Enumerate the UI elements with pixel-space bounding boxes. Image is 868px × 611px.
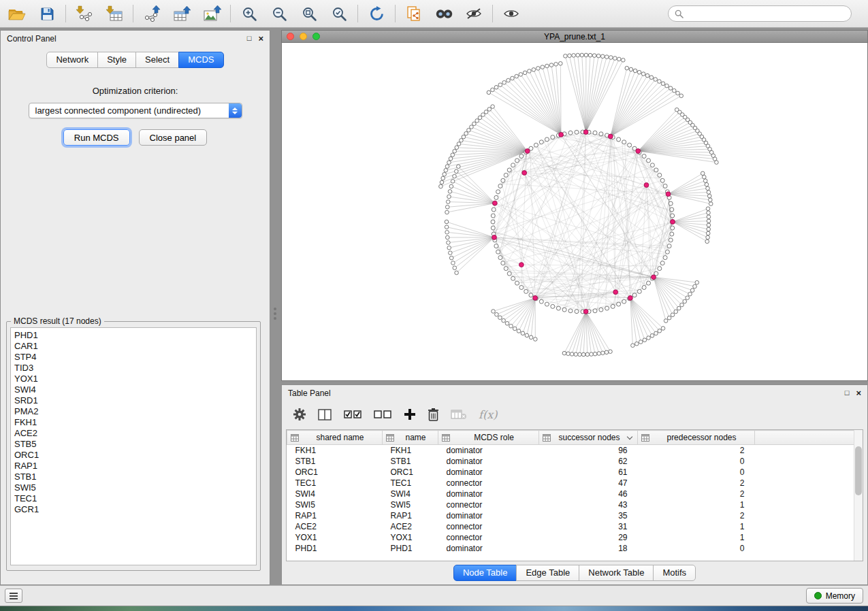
column-label: MCDS role xyxy=(453,433,535,442)
mcds-result-item[interactable]: SWI5 xyxy=(14,482,253,493)
table-row[interactable]: SWI5SWI5connector431 xyxy=(287,499,854,510)
function-builder-button[interactable]: f(x) xyxy=(479,408,497,421)
control-tab-select[interactable]: Select xyxy=(135,52,179,68)
export-table-button[interactable] xyxy=(172,2,192,25)
table-tab-edge-table[interactable]: Edge Table xyxy=(516,565,579,581)
mcds-result-item[interactable]: PHD1 xyxy=(14,330,253,341)
dropdown-arrows-icon[interactable] xyxy=(229,103,242,118)
mcds-result-list[interactable]: PHD1CAR1STP4TID3YOX1SWI4SRD1PMA2FKH1ACE2… xyxy=(10,327,257,565)
first-neighbors-button[interactable] xyxy=(434,2,454,25)
desktop-wallpaper-strip xyxy=(0,606,868,611)
mcds-result-item[interactable]: STP4 xyxy=(14,352,253,363)
mcds-result-item[interactable]: PMA2 xyxy=(14,406,253,417)
window-close-button[interactable] xyxy=(287,33,294,40)
zoom-out-button[interactable] xyxy=(269,2,289,25)
memory-button[interactable]: Memory xyxy=(806,588,863,604)
import-network-button[interactable] xyxy=(74,2,95,25)
table-row[interactable]: STB1STB1dominator620 xyxy=(287,456,854,467)
control-panel: Control Panel □ × NetworkStyleSelectMCDS… xyxy=(0,30,270,585)
sort-descending-icon[interactable] xyxy=(627,433,632,439)
table-row[interactable]: ACE2ACE2connector311 xyxy=(287,521,854,532)
table-row[interactable]: YOX1YOX1connector291 xyxy=(287,532,854,543)
delete-column-button[interactable] xyxy=(428,408,439,422)
splitter-grip-icon[interactable] xyxy=(274,306,277,322)
cell-MCDS-role: connector xyxy=(438,499,539,510)
window-maximize-button[interactable] xyxy=(312,33,320,40)
optimization-dropdown[interactable]: largest connected component (undirected) xyxy=(29,103,242,118)
add-column-button[interactable] xyxy=(404,408,416,420)
window-minimize-button[interactable] xyxy=(300,33,307,40)
column-header-shared-name[interactable]: shared name xyxy=(287,431,383,445)
mcds-result-item[interactable]: SRD1 xyxy=(14,395,253,406)
table-row[interactable]: RAP1RAP1dominator352 xyxy=(287,510,854,521)
table-row[interactable]: TEC1TEC1connector472 xyxy=(287,478,854,489)
open-file-button[interactable] xyxy=(7,2,27,25)
show-columns-button[interactable] xyxy=(318,408,332,421)
table-row[interactable]: SWI4SWI4dominator462 xyxy=(287,489,854,499)
panel-splitter[interactable] xyxy=(270,30,281,585)
select-all-button[interactable] xyxy=(344,409,362,420)
cell-successor-nodes: 47 xyxy=(539,478,638,489)
zoom-in-button[interactable] xyxy=(239,2,259,25)
control-tab-mcds[interactable]: MCDS xyxy=(178,52,223,68)
mcds-result-item[interactable]: SWI4 xyxy=(14,384,253,395)
float-panel-icon[interactable]: □ xyxy=(247,35,252,42)
deselect-all-button[interactable] xyxy=(374,409,392,420)
control-tab-style[interactable]: Style xyxy=(97,52,136,68)
cell-successor-nodes: 61 xyxy=(539,467,638,478)
zoom-selected-button[interactable] xyxy=(329,2,349,25)
mcds-result-item[interactable]: CAR1 xyxy=(14,341,253,352)
network-window-titlebar[interactable]: YPA_prune.txt_1 xyxy=(282,31,867,43)
mcds-result-item[interactable]: STB1 xyxy=(14,472,253,482)
table-tab-motifs[interactable]: Motifs xyxy=(653,565,696,581)
table-row[interactable]: ORC1ORC1dominator610 xyxy=(287,467,854,478)
export-image-button[interactable] xyxy=(202,2,222,25)
search-input[interactable] xyxy=(687,9,845,18)
status-bar: Memory xyxy=(0,585,868,606)
mcds-result-item[interactable]: ACE2 xyxy=(14,428,253,439)
mcds-result-item[interactable]: FKH1 xyxy=(14,417,253,428)
column-header-successor-nodes[interactable]: successor nodes xyxy=(539,431,638,445)
gear-icon xyxy=(293,408,306,421)
table-close-panel-icon[interactable]: × xyxy=(856,389,861,397)
mcds-result-item[interactable]: ORC1 xyxy=(14,450,253,461)
table-row[interactable]: FKH1FKH1dominator962 xyxy=(287,445,854,456)
cell-shared-name: STB1 xyxy=(287,456,383,467)
save-session-button[interactable] xyxy=(37,2,57,25)
refresh-view-button[interactable] xyxy=(366,2,387,25)
column-header-MCDS-role[interactable]: MCDS role xyxy=(438,431,539,445)
close-panel-icon[interactable]: × xyxy=(258,34,263,43)
network-canvas[interactable] xyxy=(282,43,867,380)
mcds-result-item[interactable]: RAP1 xyxy=(14,461,253,472)
zoom-fit-icon xyxy=(302,6,317,22)
mcds-result-item[interactable]: STB5 xyxy=(14,439,253,450)
table-tab-network-table[interactable]: Network Table xyxy=(579,565,654,581)
show-all-button[interactable] xyxy=(501,2,521,25)
mcds-result-item[interactable]: TID3 xyxy=(14,363,253,374)
column-header-name[interactable]: name xyxy=(383,431,438,445)
scrollbar-thumb[interactable] xyxy=(855,446,862,495)
close-panel-button[interactable]: Close panel xyxy=(139,129,208,146)
mcds-result-item[interactable]: GCR1 xyxy=(14,504,253,515)
import-network-icon xyxy=(76,5,93,22)
export-network-button[interactable] xyxy=(142,2,162,25)
table-settings-button[interactable] xyxy=(293,408,306,421)
table-scrollbar[interactable] xyxy=(854,430,863,561)
cell-MCDS-role: connector xyxy=(438,521,539,532)
status-menu-button[interactable] xyxy=(5,589,22,603)
column-header-predecessor-nodes[interactable]: predecessor nodes xyxy=(638,431,755,445)
mcds-result-item[interactable]: YOX1 xyxy=(14,374,253,384)
control-tab-network[interactable]: Network xyxy=(46,52,98,68)
copy-network-button[interactable] xyxy=(404,2,424,25)
zoom-fit-button[interactable] xyxy=(299,2,319,25)
table-row[interactable]: PHD1PHD1dominator180 xyxy=(287,543,854,554)
search-box xyxy=(668,5,852,22)
hide-selected-button[interactable] xyxy=(464,2,484,25)
import-table-button[interactable] xyxy=(104,2,125,25)
cell-shared-name: TEC1 xyxy=(287,478,383,489)
run-mcds-button[interactable]: Run MCDS xyxy=(63,129,130,146)
table-float-panel-icon[interactable]: □ xyxy=(845,389,850,397)
search-icon xyxy=(675,10,684,18)
mcds-result-item[interactable]: TEC1 xyxy=(14,493,253,504)
table-tab-node-table[interactable]: Node Table xyxy=(453,565,517,581)
